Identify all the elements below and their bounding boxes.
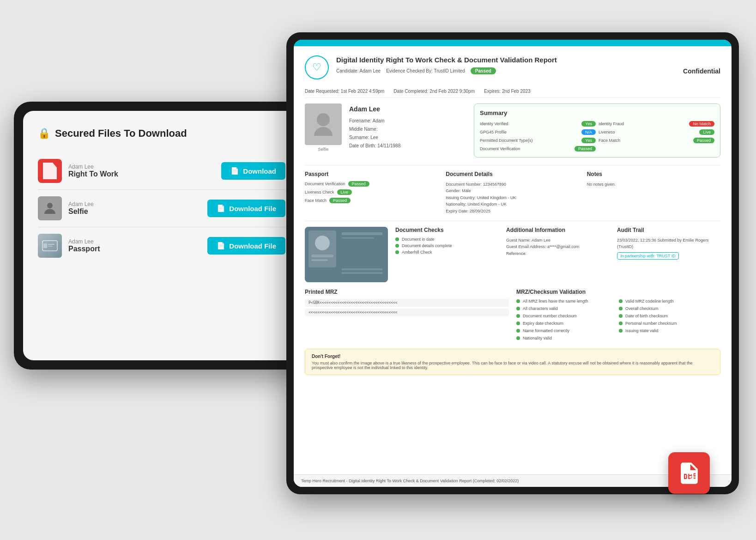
confidential-label: Confidential bbox=[683, 67, 720, 75]
file-row-selfie: Adam Lee Selfie 📄 Download File bbox=[38, 190, 285, 227]
date-requested: Date Requested: 1st Feb 2022 4:59pm bbox=[305, 89, 384, 94]
mrz-check-7: Expiry date checksum bbox=[516, 321, 618, 326]
green-dot-3 bbox=[395, 250, 399, 254]
mrz-check-3: All characters valid bbox=[516, 306, 618, 311]
passport-face-badge: Passed bbox=[329, 198, 351, 203]
additional-info-section: Additional Information Guest Name: Adam … bbox=[506, 227, 610, 260]
passport-doc-verify-row: Document Verification Passed bbox=[305, 181, 438, 187]
passport-thumb bbox=[38, 234, 62, 258]
check-details-complete: Document details complete bbox=[395, 243, 499, 248]
file-row-right-to-work: Adam Lee Right To Work 📄 Download bbox=[38, 152, 285, 190]
passport-dv-label: Document Verification bbox=[305, 182, 345, 186]
summary-row-fraud: Identity Fraud No Match bbox=[599, 121, 714, 127]
left-tablet-inner: 🔒 Secured Files To Download Adam Lee Rig… bbox=[23, 111, 300, 360]
mrz-validation-section: MRZ/Checksum Validation All MRZ lines ha… bbox=[516, 289, 720, 342]
guest-email: Guest Email Address: a****@gmail.com bbox=[506, 243, 610, 250]
file-name-rtw: Right To Work bbox=[68, 170, 215, 178]
svg-rect-13 bbox=[342, 268, 382, 270]
download-passport-button[interactable]: 📄 Download File bbox=[207, 237, 285, 255]
checks-additional-mrz: Document Checks Document in date Documen… bbox=[395, 227, 720, 260]
passport-live-badge: Live bbox=[337, 189, 352, 195]
mrz-check-grid: All MRZ lines have the same length Valid… bbox=[516, 299, 720, 342]
audit-title: Audit Trail bbox=[617, 227, 720, 233]
svg-rect-12 bbox=[342, 237, 374, 239]
download-rtw-button[interactable]: 📄 Download bbox=[221, 162, 285, 180]
summary-row-liveness: Liveness Live bbox=[599, 129, 714, 135]
download-file-icon-selfie: 📄 bbox=[217, 204, 225, 212]
selfie-label: Selfie bbox=[305, 147, 342, 152]
person-name: Adam Lee bbox=[349, 103, 466, 115]
selfie-thumb bbox=[38, 196, 62, 220]
summary-box: Summary Identity Verified Yes Identity F… bbox=[474, 103, 720, 158]
doc-top-row: ♡ Digital Identity Right To Work Check &… bbox=[305, 55, 720, 79]
doc-subtitle-row: Candidate: Adam Lee Evidence Checked By:… bbox=[336, 67, 720, 75]
lock-icon: 🔒 bbox=[38, 127, 50, 140]
file-name-selfie: Selfie bbox=[68, 207, 201, 216]
left-tablet: 🔒 Secured Files To Download Adam Lee Rig… bbox=[14, 102, 309, 370]
passport-details-notes: Passport Document Verification Passed Li… bbox=[305, 171, 720, 214]
permitted-badge: Yes bbox=[581, 138, 596, 143]
download-selfie-button[interactable]: 📄 Download File bbox=[207, 200, 285, 217]
additional-info-title: Additional Information bbox=[506, 227, 610, 233]
mrz-section-row: Printed MRZ P<GBK<<<<<<<<<<<<<<<<<<<<<<<… bbox=[305, 289, 720, 342]
dont-forget-box: Don't Forget! You must also confirm the … bbox=[305, 349, 720, 375]
green-dot-2 bbox=[395, 244, 399, 248]
passport-section-title: Passport bbox=[305, 171, 438, 177]
date-completed: Date Completed: 2nd Feb 2022 9:30pm bbox=[393, 89, 475, 94]
mrz-check-5: Document number checksum bbox=[516, 314, 618, 318]
svg-rect-4 bbox=[48, 246, 53, 247]
mrz-line2: <<<<<<<<<<<<<<<<<<<<<<<<<<<<<<<<<<<<<<<< bbox=[305, 309, 509, 316]
divider-2 bbox=[305, 221, 720, 221]
doc-title: Digital Identity Right To Work Check & D… bbox=[336, 55, 720, 65]
pdf-floating-icon bbox=[668, 452, 710, 494]
doc-gender: Gender: Male bbox=[446, 188, 579, 194]
doc-number: Document Number: 1234567890 bbox=[446, 181, 579, 188]
passport-liveness-row: Liveness Check Live bbox=[305, 189, 438, 195]
mrz-title: Printed MRZ bbox=[305, 289, 509, 295]
file-name-passport: Passport bbox=[68, 245, 201, 253]
dont-forget-text: You must also confirm the image above is… bbox=[312, 361, 714, 370]
divider-1 bbox=[305, 165, 720, 165]
person-dob: Date of Birth: 14/11/1988 bbox=[349, 142, 466, 150]
svg-rect-3 bbox=[48, 244, 54, 245]
svg-rect-10 bbox=[311, 259, 328, 261]
svg-point-0 bbox=[47, 203, 53, 208]
mrz-check-2: Valid MRZ codeline length bbox=[619, 299, 720, 303]
summary-title: Summary bbox=[480, 109, 714, 116]
guest-name: Guest Name: Adam Lee bbox=[506, 237, 610, 243]
mrz-validation-title: MRZ/Checksum Validation bbox=[516, 289, 720, 295]
gpg45-label: GPG45 Profile bbox=[480, 130, 579, 134]
person-middle: Middle Name: bbox=[349, 125, 466, 133]
doc-verify-badge: Passed bbox=[575, 146, 596, 152]
svg-point-5 bbox=[317, 113, 330, 126]
identity-fraud-label: Identity Fraud bbox=[599, 121, 686, 126]
doc-content[interactable]: ♡ Digital Identity Right To Work Check &… bbox=[294, 46, 732, 474]
check-amberhill: Amberhill Check bbox=[395, 250, 499, 255]
audit-section: Audit Trail 23/03/2022, 12:25:36 Submitt… bbox=[617, 227, 720, 260]
mrz-check-8: Personal number checksum bbox=[619, 321, 720, 326]
person-details: Adam Lee Forename: Adam Middle Name: Sur… bbox=[349, 103, 466, 150]
selfie-block: Selfie bbox=[305, 103, 342, 152]
doc-verify-label: Document Verification bbox=[480, 146, 572, 151]
download-icon: 📄 bbox=[230, 167, 239, 175]
person-surname: Surname: Lee bbox=[349, 133, 466, 142]
doc-footer: Temp Hero Recruitment - Digital Identity… bbox=[294, 474, 732, 487]
download-file-icon-passport: 📄 bbox=[217, 242, 225, 250]
svg-rect-11 bbox=[342, 232, 382, 235]
trust-id-logo: In partnership with: TRUST ID bbox=[617, 252, 679, 260]
footer-text: Temp Hero Recruitment - Digital Identity… bbox=[301, 479, 519, 483]
file-row-passport: Adam Lee Passport 📄 Download File bbox=[38, 227, 285, 264]
date-expires: Expires: 2nd Feb 2023 bbox=[484, 89, 531, 94]
passport-section: Passport Document Verification Passed Li… bbox=[305, 171, 438, 214]
doc-title-block: Digital Identity Right To Work Check & D… bbox=[336, 55, 720, 75]
file-owner-passport: Adam Lee bbox=[68, 238, 201, 245]
file-label-passport: Adam Lee Passport bbox=[68, 238, 201, 253]
passport-img-block: Document Checks Document in date Documen… bbox=[305, 227, 720, 282]
doc-country: Issuing Country: United Kingdom - UK bbox=[446, 194, 579, 201]
svg-rect-9 bbox=[311, 255, 333, 257]
doc-details-title: Document Details bbox=[446, 171, 579, 177]
gpg45-badge: N/A bbox=[581, 129, 596, 135]
file-label-selfie: Adam Lee Selfie bbox=[68, 201, 201, 216]
svg-point-8 bbox=[315, 236, 330, 250]
passport-image bbox=[305, 227, 388, 282]
